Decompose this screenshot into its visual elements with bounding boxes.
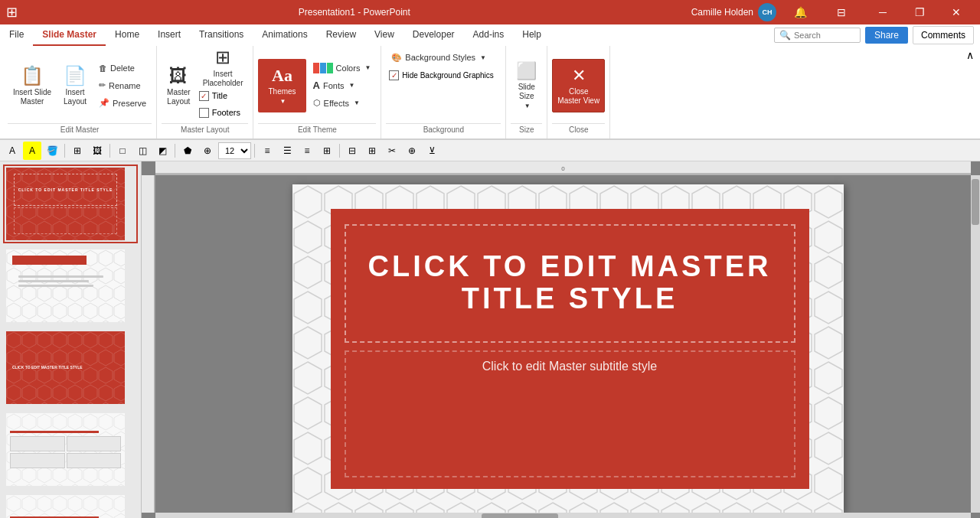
shape-outline-button[interactable]: □ [113,142,132,160]
title-bar-left: ⊞ [6,4,18,21]
shape-fill-button[interactable]: ◩ [153,142,172,160]
effects-button[interactable]: ⬡ Effects ▼ [308,95,377,112]
master-layout-label: Master Layout [162,123,248,135]
align-left-button[interactable]: ≡ [258,142,276,160]
delete-button[interactable]: 🗑 Delete [93,60,152,77]
slide-thumb-2[interactable] [3,246,138,325]
hide-bg-checkbox[interactable]: ✓ [389,70,399,80]
background-styles-button[interactable]: 🎨 Background Styles ▼ [386,49,501,66]
slide-thumb-1[interactable]: CLICK TO EDIT MASTER TITLE STYLE [3,165,138,243]
title-checkbox[interactable]: ✓ [199,91,209,101]
horizontal-scrollbar[interactable] [155,513,971,518]
rename-button[interactable]: ✏ Rename [93,77,152,94]
ribbon-toggle-button[interactable]: ⊟ [824,0,859,24]
share-button[interactable]: Share [865,27,908,44]
preserve-button[interactable]: 📌 Preserve [93,95,152,112]
tab-review[interactable]: Review [317,24,365,46]
tab-slide-master[interactable]: Slide Master [33,24,106,46]
ribbon-tabs-row: File Slide Master Home Insert Transition… [0,24,550,46]
distribute-button[interactable]: ⊞ [318,142,336,160]
slide-thumb-4[interactable] [3,410,138,489]
position-button[interactable]: ⊕ [403,142,421,160]
slide-size-icon: ⬜ [516,61,537,81]
slide-viewport: CLICK TO EDIT MASTER TITLE STYLE Click t… [155,175,980,518]
comments-button[interactable]: Comments [913,26,974,44]
colors-icon [313,63,333,73]
tab-file[interactable]: File [0,24,33,46]
close-master-view-button[interactable]: ✕ CloseMaster View [552,59,605,112]
search-box[interactable]: 🔍 [774,28,861,43]
insert-slide-master-button[interactable]: 📋 Insert SlideMaster [8,59,57,112]
minimize-button[interactable]: ─ [865,0,900,24]
background-buttons: 🎨 Background Styles ▼ ✓ Hide Background … [386,49,501,122]
text-highlight-button[interactable]: A [23,142,41,160]
insert-layout-button[interactable]: 📄 InsertLayout [58,59,92,112]
align-right-button[interactable]: ≡ [298,142,316,160]
close-label: Close [552,123,605,135]
tab-developer[interactable]: Developer [403,24,464,46]
placeholder-buttons: ⊞ InsertPlaceholder ✓ Title Footers [198,49,249,122]
notifications-button[interactable]: 🔔 [782,0,818,24]
title-checkbox-label[interactable]: ✓ Title [199,88,247,103]
slide-size-button[interactable]: ⬜ SlideSize ▼ [511,59,542,112]
slide-thumb-5[interactable] [3,492,138,518]
master-layout-button[interactable]: 🖼 MasterLayout [162,59,196,112]
screen-mode-button[interactable]: ⊟ [343,142,361,160]
h-scroll-thumb[interactable] [482,513,558,518]
grid-button[interactable]: ⊞ [363,142,381,160]
font-color-button[interactable]: A [3,142,21,160]
size-label: Size [511,123,542,135]
rename-icon: ✏ [99,80,106,90]
arrange-button[interactable]: ⊞ [68,142,87,160]
slide-red-box[interactable]: CLICK TO EDIT MASTER TITLE STYLE Click t… [331,209,809,489]
insert-placeholder-button[interactable]: ⊞ InsertPlaceholder [198,49,249,86]
footers-checkbox-label[interactable]: Footers [199,105,247,120]
slide-title-box[interactable]: CLICK TO EDIT MASTER TITLE STYLE [345,224,795,343]
restore-button[interactable]: ❐ [902,0,937,24]
edit-theme-buttons: Aa Themes ▼ Colors ▼ A [258,49,376,122]
shape-effects-button[interactable]: ◫ [133,142,152,160]
insert-shape-button[interactable]: ⬟ [178,142,197,160]
slide-thumb-inner-2 [6,249,125,322]
themes-button[interactable]: Aa Themes ▼ [258,59,305,112]
group-size: ⬜ SlideSize ▼ Size [506,46,547,138]
slide-container[interactable]: CLICK TO EDIT MASTER TITLE STYLE Click t… [292,184,844,513]
slide-title-text: CLICK TO EDIT MASTER TITLE STYLE [346,251,794,315]
more-button[interactable]: ⊻ [423,142,441,160]
effects-dropdown-arrow: ▼ [354,99,360,106]
vertical-scrollbar[interactable] [971,175,980,513]
search-input[interactable] [794,31,855,40]
close-button[interactable]: ✕ [939,0,974,24]
toolbar-sep-5 [339,144,340,158]
v-scroll-thumb[interactable] [972,179,979,225]
slide-subtitle-box[interactable]: Click to edit Master subtitle style [345,350,795,477]
quick-styles-button[interactable]: 🖼 [88,142,106,160]
tab-transitions[interactable]: Transitions [190,24,253,46]
align-center-button[interactable]: ☰ [278,142,296,160]
collapse-ribbon-button[interactable]: ∧ [966,49,974,61]
slide-thumb-3[interactable]: CLICK TO EDIT MASTER TITLE STYLE [3,328,138,407]
bg-styles-dropdown-arrow: ▼ [480,54,486,61]
tab-add-ins[interactable]: Add-ins [464,24,514,46]
tab-home[interactable]: Home [106,24,149,46]
fill-color-button[interactable]: 🪣 [43,142,61,160]
delete-icon: 🗑 [99,64,107,73]
slide-thumb-inner-5 [6,495,125,518]
tab-help[interactable]: Help [513,24,550,46]
hide-bg-label[interactable]: ✓ Hide Background Graphics [386,67,497,83]
crop-button[interactable]: ✂ [383,142,401,160]
search-icon: 🔍 [779,30,791,41]
toolbar-sep-2 [109,144,110,158]
edit-master-label: Edit Master [8,123,152,135]
font-size-select[interactable]: 1214182436 [218,142,251,159]
tab-view[interactable]: View [365,24,403,46]
tab-insert[interactable]: Insert [149,24,190,46]
user-area[interactable]: Camille Holden CH [691,3,776,21]
footers-checkbox[interactable] [199,108,209,118]
colors-button[interactable]: Colors ▼ [308,60,377,77]
transform-button[interactable]: ⊕ [198,142,217,160]
ribbon-collapse[interactable]: ∧ [963,46,977,138]
tab-animations[interactable]: Animations [253,24,316,46]
ruler-vertical [142,175,155,513]
fonts-button[interactable]: A Fonts ▼ [308,77,377,94]
